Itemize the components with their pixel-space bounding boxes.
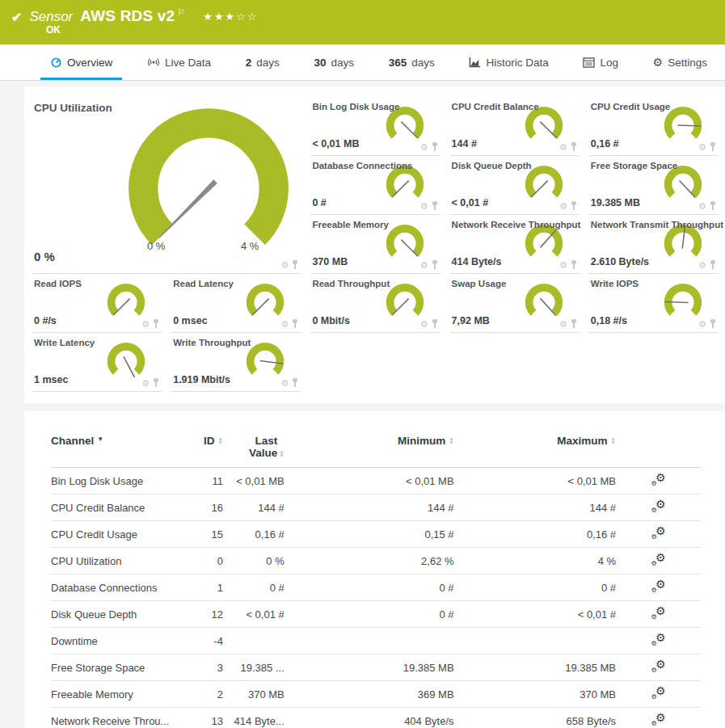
- gear-icon: ⚙: [655, 632, 666, 643]
- gauge-scale-max: 4 %: [241, 240, 259, 252]
- gauge-pin-icon[interactable]: [710, 319, 716, 329]
- column-header-id[interactable]: ID▲▼: [185, 431, 223, 468]
- table-row-cpu-utilization: CPU Utilization00 %2,62 %4 %⚙⚙: [51, 548, 701, 574]
- gauge-title: CPU Credit Usage: [591, 102, 670, 112]
- gauge-value: 0,16 #: [591, 138, 619, 149]
- gauge-pin-icon[interactable]: [292, 260, 298, 270]
- gauge-title: Free Storage Space: [591, 161, 677, 170]
- channel-name-cell: CPU Credit Usage: [51, 521, 185, 548]
- gauge-arc: [390, 229, 419, 254]
- content-area: CPU Utilization 0 % 4 % 0 % ⚙ Bin Log Di…: [0, 81, 725, 728]
- gauge-pin-icon[interactable]: [571, 319, 577, 329]
- value-cell: 16: [185, 494, 223, 521]
- tab-number: 30: [314, 57, 326, 69]
- gauge-settings-gear-icon[interactable]: ⚙: [698, 261, 706, 270]
- gauge-tile-bin-log-disk-usage: Bin Log Disk Usage < 0,01 MB⚙: [310, 97, 440, 156]
- tab-365-days[interactable]: 365days: [379, 44, 445, 80]
- gauge-needle: [124, 356, 135, 377]
- primary-gauge: [123, 107, 294, 254]
- gauge-settings-gear-icon[interactable]: ⚙: [420, 320, 428, 329]
- column-header-content: LastValue▲▼: [249, 435, 285, 459]
- gauge-pin-icon[interactable]: [432, 201, 438, 211]
- channel-actions-cell: ⚙⚙: [616, 521, 701, 548]
- tab-live-data[interactable]: Live Data: [137, 44, 221, 80]
- broadcast-icon-wrap: [147, 57, 160, 68]
- tab-label: Historic Data: [486, 57, 548, 69]
- column-header-actions: [616, 431, 701, 468]
- gauge-pin-icon[interactable]: [153, 319, 159, 329]
- channel-settings-icon[interactable]: ⚙⚙: [651, 553, 666, 566]
- gear-icon: ⚙: [653, 56, 664, 69]
- channel-settings-icon[interactable]: ⚙⚙: [651, 660, 666, 673]
- channel-settings-icon[interactable]: ⚙⚙: [651, 687, 666, 700]
- column-header-minimum[interactable]: Minimum▲▼: [285, 431, 454, 468]
- gauge-arc: [251, 288, 280, 313]
- gauge-settings-gear-icon[interactable]: ⚙: [420, 202, 428, 211]
- gauge-settings-gear-icon[interactable]: ⚙: [141, 379, 150, 388]
- gauge-settings-gear-icon[interactable]: ⚙: [559, 202, 567, 211]
- table-row-cpu-credit-usage: CPU Credit Usage150,16 #0,15 #0,16 #⚙⚙: [51, 521, 701, 548]
- gauge-arc: [390, 111, 419, 136]
- channel-settings-icon[interactable]: ⚙⚙: [651, 713, 666, 726]
- channel-name-cell: Downtime: [51, 628, 185, 654]
- gauge-settings-gear-icon[interactable]: ⚙: [420, 143, 428, 152]
- gauge-settings-gear-icon[interactable]: ⚙: [281, 261, 289, 270]
- tab-log[interactable]: Log: [573, 44, 628, 80]
- channel-actions-cell: ⚙⚙: [616, 468, 701, 494]
- column-header-channel[interactable]: Channel▼: [51, 431, 185, 468]
- gauge-settings-gear-icon[interactable]: ⚙: [559, 320, 567, 329]
- channel-settings-icon[interactable]: ⚙⚙: [651, 500, 666, 513]
- gauge-pin-icon[interactable]: [571, 260, 577, 270]
- gauge-arc: [251, 347, 280, 372]
- tab-overview[interactable]: Overview: [40, 44, 122, 80]
- log-icon-wrap: [583, 57, 595, 68]
- chart-icon-wrap: [469, 57, 481, 68]
- channel-settings-icon[interactable]: ⚙⚙: [651, 473, 666, 486]
- tab-historic-data[interactable]: Historic Data: [459, 44, 558, 80]
- gauge-pin-icon[interactable]: [432, 319, 438, 329]
- gauge-pin-icon[interactable]: [571, 201, 577, 211]
- gauge-pin-icon[interactable]: [571, 142, 577, 152]
- gauge-value: 0,18 #/s: [591, 315, 627, 326]
- gauge-pin-icon[interactable]: [432, 142, 438, 152]
- gauge-pin-icon[interactable]: [153, 378, 159, 388]
- gauge-pin-icon[interactable]: [292, 319, 298, 329]
- gauge-pin-icon[interactable]: [710, 142, 716, 152]
- channel-settings-icon[interactable]: ⚙⚙: [651, 607, 666, 620]
- value-cell: 1: [185, 574, 223, 601]
- priority-stars[interactable]: ★★★☆☆: [203, 11, 258, 23]
- gauge-settings-gear-icon[interactable]: ⚙: [559, 261, 567, 270]
- status-badge: OK: [46, 24, 61, 36]
- gauge-tile-write-iops: Write IOPS 0,18 #/s⚙: [589, 274, 719, 333]
- gauge-pin-icon[interactable]: [292, 378, 298, 388]
- gauge-settings-gear-icon[interactable]: ⚙: [420, 261, 428, 270]
- gauge-settings-gear-icon[interactable]: ⚙: [698, 143, 706, 152]
- gauge-settings-gear-icon[interactable]: ⚙: [698, 320, 706, 329]
- channel-actions-cell: ⚙⚙: [616, 708, 701, 728]
- gauge-needle: [540, 298, 555, 315]
- column-header-maximum[interactable]: Maximum▲▼: [454, 431, 616, 468]
- gauge-arc: [112, 347, 141, 372]
- gauge-pin-icon[interactable]: [710, 260, 716, 270]
- gauge-tile-icons: ⚙: [281, 378, 299, 388]
- tab-label: Settings: [668, 57, 707, 69]
- gauge-title: Database Connections: [312, 161, 412, 170]
- channel-settings-icon[interactable]: ⚙⚙: [651, 633, 666, 646]
- gauge-settings-gear-icon[interactable]: ⚙: [141, 320, 150, 329]
- channel-settings-icon[interactable]: ⚙⚙: [651, 580, 666, 593]
- gauge-settings-gear-icon[interactable]: ⚙: [281, 320, 289, 329]
- tab-2-days[interactable]: 2days: [236, 44, 289, 80]
- tab-settings[interactable]: ⚙Settings: [643, 44, 717, 80]
- tab-30-days[interactable]: 30days: [304, 44, 364, 80]
- gauge-settings-gear-icon[interactable]: ⚙: [698, 202, 706, 211]
- tab-label: days: [331, 57, 354, 69]
- gauge-settings-gear-icon[interactable]: ⚙: [559, 143, 567, 152]
- column-header-last-value[interactable]: LastValue▲▼: [223, 431, 285, 468]
- gear-icon-small: ⚙: [651, 614, 657, 621]
- gauge-tile-icons: ⚙: [420, 201, 438, 211]
- gauge-pin-icon[interactable]: [710, 201, 716, 211]
- gauge-pin-icon[interactable]: [432, 260, 438, 270]
- channel-settings-icon[interactable]: ⚙⚙: [651, 527, 666, 540]
- gauge-settings-gear-icon[interactable]: ⚙: [281, 379, 289, 388]
- gauge-arc: [529, 111, 559, 136]
